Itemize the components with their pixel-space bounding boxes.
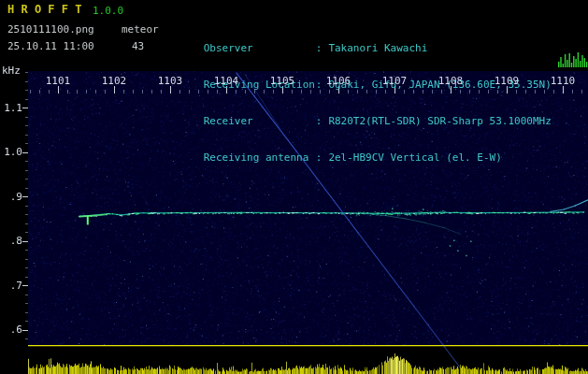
y-tick-label: 1.1 bbox=[0, 102, 22, 114]
app-title: H R O F F T bbox=[7, 4, 81, 16]
x-tick-label: 1103 bbox=[158, 75, 183, 87]
x-tick-label: 1107 bbox=[382, 75, 408, 87]
info-colon: : bbox=[316, 151, 323, 164]
count-label: 43 bbox=[132, 40, 144, 52]
x-tick-label: 1105 bbox=[270, 75, 295, 87]
info-row-observer: Observer:Takanori Kawachi bbox=[166, 30, 552, 42]
hrofft-window: H R O F F T 1.0.0 2510111100.png meteor … bbox=[0, 0, 588, 374]
y-tick-label: .7 bbox=[0, 280, 22, 292]
info-colon: : bbox=[316, 79, 323, 91]
info-colon: : bbox=[316, 115, 323, 127]
x-tick-label: 1109 bbox=[495, 75, 520, 87]
info-value: 2el-HB9CV Vertical (el. E-W) bbox=[328, 151, 501, 164]
x-tick-label: 1108 bbox=[438, 75, 464, 87]
x-tick-label: 1110 bbox=[551, 75, 576, 87]
y-axis-unit: kHz bbox=[2, 65, 21, 77]
info-label: Observer bbox=[204, 42, 316, 54]
info-label: Receiving antenna bbox=[204, 151, 316, 164]
datetime-label: 25.10.11 11:00 bbox=[7, 40, 94, 52]
info-colon: : bbox=[316, 42, 323, 54]
info-row-antenna: Receiving antenna:2el-HB9CV Vertical (el… bbox=[166, 139, 552, 151]
info-value: R820T2(RTL-SDR) SDR-Sharp 53.1000MHz bbox=[328, 115, 551, 127]
info-label: Receiver bbox=[204, 115, 316, 127]
y-tick-label: .6 bbox=[0, 324, 22, 336]
info-row-receiver: Receiver:R820T2(RTL-SDR) SDR-Sharp 53.10… bbox=[166, 103, 552, 115]
x-tick-label: 1104 bbox=[214, 75, 239, 87]
x-tick-label: 1101 bbox=[46, 75, 71, 87]
mode-label: meteor bbox=[122, 23, 159, 36]
info-value: Takanori Kawachi bbox=[328, 42, 427, 54]
y-tick-label: 1.0 bbox=[0, 146, 22, 158]
output-filename: 2510111100.png bbox=[7, 23, 94, 36]
y-tick-label: .9 bbox=[0, 191, 22, 203]
station-info: Observer:Takanori Kawachi Receiving Loca… bbox=[166, 6, 552, 176]
y-tick-label: .8 bbox=[0, 235, 22, 247]
x-tick-label: 1102 bbox=[102, 75, 127, 87]
x-tick-label: 1106 bbox=[326, 75, 351, 87]
app-version: 1.0.0 bbox=[93, 5, 123, 17]
